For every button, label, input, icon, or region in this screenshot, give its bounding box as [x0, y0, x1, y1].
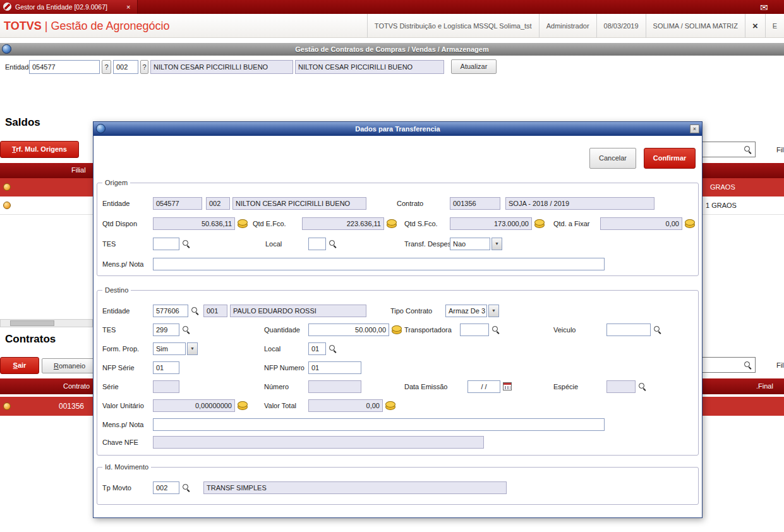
entity-name2-field: NILTON CESAR PICCIRILLI BUENO	[295, 60, 444, 74]
destino-loja-field: 001	[203, 305, 227, 317]
coin-icon[interactable]	[238, 401, 248, 410]
entity-label: Entidade	[5, 63, 32, 71]
tab-close-icon[interactable]: ×	[126, 0, 130, 14]
chevron-down-icon[interactable]: ▼	[488, 305, 499, 317]
form-prop-select[interactable]: Sim ▼	[153, 342, 198, 355]
environment-label: TOTVS Distribuição e Logística MSSQL Sol…	[367, 14, 539, 38]
lookup-icon[interactable]	[329, 239, 337, 248]
contratos-col-contrato: Contrato	[63, 382, 90, 390]
coin-icon[interactable]	[685, 219, 695, 228]
scrollbar-thumb[interactable]	[10, 320, 54, 326]
origem-local-input[interactable]	[308, 238, 326, 250]
mail-icon[interactable]: ✉	[760, 1, 768, 14]
app-tab[interactable]: Gestor da Entidade [02.9.0067] ×	[0, 0, 138, 14]
entity-store-input[interactable]: 002	[113, 60, 138, 74]
lookup-icon[interactable]	[653, 325, 661, 334]
app-header: TOTVS | Gestão de Agronegócio TOTVS Dist…	[0, 14, 784, 38]
lookup-icon[interactable]	[191, 306, 199, 315]
saldos-row2-text: 1 GRAOS	[706, 202, 737, 209]
search-icon[interactable]	[744, 145, 752, 154]
destino-mens-label: Mens.p/ Nota	[102, 421, 143, 428]
chave-nfe-field	[153, 436, 484, 449]
calendar-icon[interactable]	[503, 382, 512, 390]
veiculo-input[interactable]	[606, 323, 651, 336]
tipo-contrato-label: Tipo Contrato	[390, 307, 432, 315]
chevron-down-icon[interactable]: ▼	[492, 238, 502, 250]
nfp-serie-input[interactable]: 01	[153, 361, 179, 374]
origem-nome-field: NILTON CESAR PICCIRILLI BUENO	[232, 197, 366, 210]
brand-totvs: TOTVS	[4, 20, 42, 32]
window-tab-bar: Gestor da Entidade [02.9.0067] × ✉	[0, 0, 784, 14]
serie-field	[153, 380, 179, 393]
lookup-icon[interactable]	[329, 344, 337, 353]
quantidade-input[interactable]: 50.000,00	[308, 323, 389, 336]
lookup-icon[interactable]	[182, 239, 190, 248]
lookup-icon[interactable]	[182, 483, 190, 492]
transportadora-input[interactable]	[460, 323, 489, 336]
destino-tes-label: TES	[102, 326, 116, 334]
entity-code-input[interactable]: 054577	[29, 60, 100, 74]
coin-icon[interactable]	[392, 325, 402, 334]
panel-orb-icon	[2, 44, 11, 54]
tipo-contrato-value[interactable]: Armaz De 3	[445, 305, 487, 317]
chevron-down-icon[interactable]: ▼	[187, 342, 198, 355]
totvs-logo-icon	[3, 3, 11, 11]
saldos-col-filial: Filial	[71, 166, 86, 174]
coin-icon[interactable]	[534, 219, 545, 228]
store-help-button[interactable]: ?	[140, 60, 148, 74]
search-icon[interactable]	[744, 361, 752, 369]
numero-label: Número	[264, 383, 289, 390]
header-close-icon[interactable]: ×	[745, 14, 765, 38]
tp-movto-input[interactable]: 002	[153, 481, 179, 494]
qtd-sfco-field: 173.000,00	[450, 217, 532, 230]
especie-field	[606, 380, 636, 393]
form-prop-label: Form. Prop.	[102, 345, 139, 353]
destino-tes-input[interactable]: 299	[153, 323, 179, 336]
dialog-title: Dados para Transferencia	[93, 122, 702, 136]
origem-tes-label: TES	[102, 240, 116, 248]
contratos-col-final: .Final	[756, 382, 773, 390]
coin-icon[interactable]	[385, 401, 395, 410]
transf-despesa-value[interactable]: Nao	[450, 238, 490, 250]
header-partial-label: E	[765, 14, 784, 38]
tp-movto-desc-field: TRANSF SIMPLES	[203, 481, 507, 494]
lookup-icon[interactable]	[182, 325, 190, 334]
confirmar-button[interactable]: Confirmar	[644, 148, 696, 169]
horizontal-scrollbar[interactable]	[0, 319, 93, 327]
trf-mul-origens-button[interactable]: Trf. Mul. Origens	[0, 141, 79, 158]
data-emissao-input[interactable]: / /	[467, 380, 500, 393]
origem-entidade-label: Entidade	[102, 200, 130, 207]
status-icon	[3, 183, 11, 191]
lookup-icon[interactable]	[492, 325, 500, 334]
sair-button[interactable]: Sair	[0, 357, 39, 374]
origem-mens-input[interactable]	[153, 258, 605, 270]
brand-app: | Gestão de Agronegócio	[45, 20, 170, 32]
nfp-numero-input[interactable]: 01	[308, 361, 361, 374]
transf-despesa-select[interactable]: Nao ▼	[450, 238, 502, 250]
coin-icon[interactable]	[387, 219, 397, 228]
origem-legend: Origem	[102, 179, 130, 186]
coin-icon[interactable]	[238, 219, 248, 228]
numero-field	[308, 380, 361, 393]
cancelar-button[interactable]: Cancelar	[589, 148, 636, 169]
dialog-titlebar[interactable]: Dados para Transferencia ×	[93, 122, 702, 136]
destino-local-input[interactable]: 01	[308, 342, 326, 355]
romaneio-button[interactable]: Romaneio	[42, 358, 97, 373]
lookup-icon[interactable]	[638, 382, 646, 390]
dialog-close-icon[interactable]: ×	[690, 124, 699, 133]
movimento-legend: Id. Movimento	[102, 463, 151, 471]
nfp-serie-label: NFP Série	[102, 364, 135, 372]
destino-entidade-input[interactable]: 577606	[153, 305, 188, 317]
tipo-contrato-select[interactable]: Armaz De 3 ▼	[445, 305, 499, 317]
app-title: TOTVS | Gestão de Agronegócio	[4, 14, 170, 38]
atualizar-button[interactable]: Atualizar	[451, 59, 497, 74]
status-icon	[3, 402, 11, 410]
destino-mens-input[interactable]	[153, 418, 605, 431]
data-emissao-label: Data Emissão	[404, 383, 447, 390]
quantidade-label: Quantidade	[264, 326, 300, 334]
form-prop-value[interactable]: Sim	[153, 342, 186, 355]
company-label: SOLIMA / SOLIMA MATRIZ	[646, 14, 745, 38]
entity-help-button[interactable]: ?	[102, 60, 111, 74]
qtd-fixar-label: Qtd. a Fixar	[553, 220, 589, 227]
origem-tes-input[interactable]	[153, 238, 179, 250]
